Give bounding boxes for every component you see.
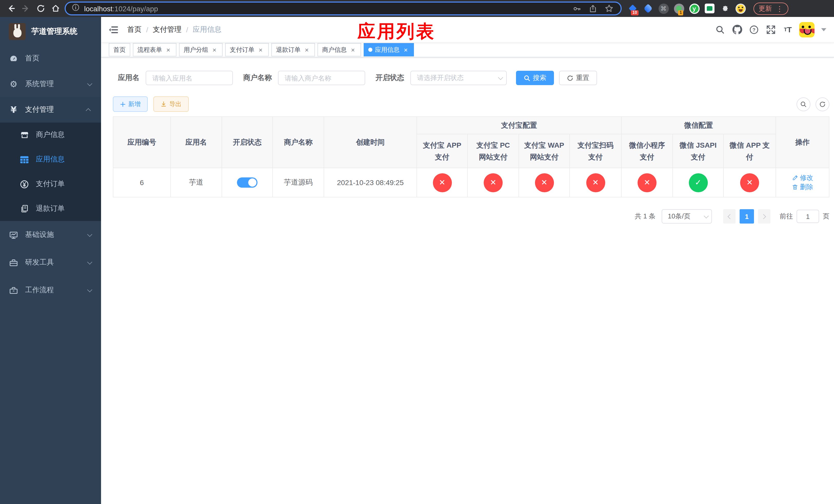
cell-alipay-wap bbox=[519, 168, 570, 197]
bookmark-star-icon[interactable] bbox=[603, 3, 614, 14]
close-icon[interactable]: × bbox=[211, 46, 218, 53]
reset-button[interactable]: 重置 bbox=[559, 71, 597, 85]
sidebar: 芋道管理系统 首页 ⚙ 系统管理 ¥ 支付管理 商户信息 bbox=[0, 17, 101, 504]
pagination: 共 1 条 10条/页 1 前往 页 bbox=[113, 209, 829, 224]
add-button[interactable]: 新增 bbox=[113, 96, 148, 112]
site-info-icon[interactable] bbox=[72, 4, 80, 13]
sidebar-item-label: 退款订单 bbox=[36, 204, 65, 213]
next-page-button[interactable] bbox=[758, 209, 770, 224]
user-avatar[interactable] bbox=[799, 22, 814, 37]
sidebar-item-infrastructure[interactable]: 基础设施 bbox=[0, 221, 101, 249]
extension-diamond-icon[interactable]: 10 bbox=[627, 3, 638, 14]
close-icon[interactable]: × bbox=[257, 46, 264, 53]
sidebar-item-workflow[interactable]: 工作流程 bbox=[0, 276, 101, 304]
reload-icon[interactable] bbox=[35, 3, 46, 14]
sidebar-item-refund-orders[interactable]: 退款订单 bbox=[0, 197, 101, 221]
col-operations: 操作 bbox=[776, 117, 829, 168]
tab-process-form[interactable]: 流程表单× bbox=[133, 43, 176, 56]
page-number-current[interactable]: 1 bbox=[740, 209, 754, 224]
breadcrumb-payment[interactable]: 支付管理 bbox=[153, 25, 181, 34]
extension-y-icon[interactable]: y bbox=[689, 3, 700, 14]
search-icon[interactable] bbox=[715, 24, 726, 35]
chevron-right-icon bbox=[761, 214, 766, 219]
browser-menu-kebab-icon[interactable]: ⋮ bbox=[776, 4, 783, 13]
delete-button[interactable]: 删除 bbox=[792, 183, 813, 192]
tab-merchant-info[interactable]: 商户信息× bbox=[317, 43, 361, 56]
col-alipay-wap: 支付宝 WAP 网站支付 bbox=[519, 134, 570, 168]
share-icon[interactable] bbox=[587, 3, 598, 14]
user-menu-caret-icon[interactable] bbox=[821, 28, 826, 31]
reset-button-label: 重置 bbox=[576, 73, 589, 83]
sidebar-logo[interactable]: 芋道管理系统 bbox=[0, 17, 101, 46]
edit-button[interactable]: 修改 bbox=[792, 173, 813, 183]
refresh-icon[interactable] bbox=[815, 97, 829, 111]
extension-record-icon[interactable]: 1 bbox=[674, 3, 684, 14]
extension-gem-icon[interactable] bbox=[643, 3, 654, 14]
app-name-label: 应用名 bbox=[118, 73, 139, 83]
col-created: 创建时间 bbox=[324, 117, 417, 168]
export-button[interactable]: 导出 bbox=[153, 96, 189, 112]
password-key-icon[interactable] bbox=[571, 3, 583, 14]
screen: localhost:1024/pay/app 10 ⌘ 1 y 更新 ⋮ 芋道管… bbox=[0, 0, 834, 504]
status-cross-icon bbox=[638, 173, 657, 192]
extensions-puzzle-icon[interactable] bbox=[720, 3, 730, 14]
github-icon[interactable] bbox=[731, 24, 743, 35]
app-title: 芋道管理系统 bbox=[31, 26, 78, 36]
merchant-name-input[interactable] bbox=[278, 71, 365, 85]
sidebar-item-app-info[interactable]: 应用信息 bbox=[0, 147, 101, 172]
cell-enabled bbox=[222, 168, 272, 197]
fullscreen-icon[interactable] bbox=[765, 24, 776, 35]
close-icon[interactable]: × bbox=[164, 46, 172, 53]
close-icon[interactable]: × bbox=[303, 46, 310, 53]
enabled-toggle[interactable] bbox=[237, 177, 258, 188]
font-size-icon[interactable]: TT bbox=[782, 24, 793, 35]
forward-icon[interactable] bbox=[20, 3, 31, 14]
chevron-down-icon bbox=[87, 287, 92, 292]
page-size-select[interactable]: 10条/页 bbox=[662, 209, 712, 224]
sidebar-item-label: 系统管理 bbox=[25, 79, 54, 89]
status-select[interactable]: 请选择开启状态 bbox=[410, 71, 507, 85]
address-bar[interactable]: localhost:1024/pay/app bbox=[65, 2, 622, 15]
col-alipay-app: 支付宝 APP 支付 bbox=[417, 134, 467, 168]
tab-pay-orders[interactable]: 支付订单× bbox=[225, 43, 269, 56]
browser-update-button[interactable]: 更新 ⋮ bbox=[753, 2, 788, 15]
app-name-input[interactable] bbox=[146, 71, 233, 85]
home-icon[interactable] bbox=[50, 3, 61, 14]
cell-operations: 修改删除 bbox=[776, 168, 829, 197]
tab-refund-orders[interactable]: 退款订单× bbox=[271, 43, 315, 56]
close-icon[interactable]: × bbox=[402, 46, 409, 53]
prev-page-button[interactable] bbox=[723, 209, 736, 224]
tab-label: 用户分组 bbox=[184, 45, 208, 54]
extension-command-icon[interactable]: ⌘ bbox=[658, 3, 669, 14]
sidebar-item-label: 支付订单 bbox=[36, 180, 65, 189]
sidebar-item-system[interactable]: ⚙ 系统管理 bbox=[0, 71, 101, 97]
sidebar-collapse-icon[interactable] bbox=[109, 24, 119, 35]
add-button-label: 新增 bbox=[128, 100, 140, 109]
extension-chat-icon[interactable] bbox=[704, 3, 715, 14]
status-cross-icon bbox=[484, 173, 503, 192]
sidebar-item-home[interactable]: 首页 bbox=[0, 46, 101, 71]
close-icon[interactable]: × bbox=[349, 46, 356, 53]
goto-page-input[interactable] bbox=[796, 210, 819, 223]
tab-app-info[interactable]: 应用信息× bbox=[364, 43, 414, 56]
tab-user-group[interactable]: 用户分组× bbox=[179, 43, 223, 56]
sidebar-item-payment[interactable]: ¥ 支付管理 bbox=[0, 97, 101, 122]
help-icon[interactable]: ? bbox=[748, 24, 760, 35]
tab-label: 支付订单 bbox=[230, 45, 255, 54]
breadcrumb-home[interactable]: 首页 bbox=[127, 25, 141, 34]
extension-emoji-icon[interactable] bbox=[735, 3, 746, 14]
svg-text:?: ? bbox=[752, 27, 755, 32]
back-icon[interactable] bbox=[5, 3, 16, 14]
sidebar-item-dev-tools[interactable]: 研发工具 bbox=[0, 249, 101, 276]
sidebar-item-pay-orders[interactable]: 支付订单 bbox=[0, 172, 101, 197]
sidebar-item-merchant-info[interactable]: 商户信息 bbox=[0, 122, 101, 147]
shop-icon bbox=[20, 131, 29, 139]
page-content: 应用名 商户名称 开启状态 请选择开启状态 搜索 重置 新增 导出 bbox=[101, 58, 834, 504]
status-select-placeholder: 请选择开启状态 bbox=[417, 73, 464, 83]
tab-home[interactable]: 首页 bbox=[109, 43, 130, 56]
search-button[interactable]: 搜索 bbox=[516, 71, 554, 85]
cell-merchant: 芋道源码 bbox=[272, 168, 324, 197]
url-text[interactable]: localhost:1024/pay/app bbox=[84, 4, 158, 13]
show-search-icon[interactable] bbox=[796, 97, 810, 111]
cell-wechat-mini bbox=[621, 168, 673, 197]
